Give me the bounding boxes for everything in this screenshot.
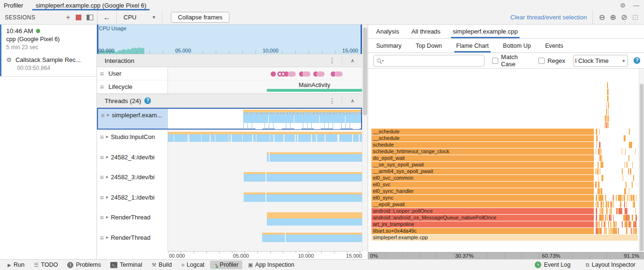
statusbar-item-layout-inspector[interactable]: ⧉Layout Inspector: [582, 261, 639, 269]
flame-fragment[interactable]: [597, 168, 599, 174]
flame-fragment[interactable]: [598, 175, 599, 181]
flame-fragment[interactable]: [601, 221, 602, 227]
flame-fragment[interactable]: [633, 228, 633, 234]
flame-spike-frame[interactable]: [607, 102, 608, 108]
interaction-section-header[interactable]: Interaction ⋮ ∧: [97, 54, 362, 67]
cpu-usage-chart[interactable]: CPU Usage 00.00005.00010.00015.000: [97, 25, 362, 54]
flame-fragment[interactable]: [610, 201, 610, 208]
flame-fragment[interactable]: [628, 168, 629, 174]
match-case-checkbox[interactable]: [492, 58, 498, 64]
flame-fragment[interactable]: [605, 195, 606, 201]
flame-fragment[interactable]: [635, 221, 636, 227]
flame-fragment[interactable]: [600, 228, 600, 234]
expander-icon[interactable]: ▸: [106, 214, 108, 219]
flame-frame[interactable]: __epoll_pwait: [371, 201, 594, 208]
thread-row[interactable]: ≡▸RenderThread: [97, 210, 362, 230]
thread-row[interactable]: ≡▸RenderThread: [97, 230, 362, 251]
drag-handle-icon[interactable]: ≡: [100, 234, 104, 242]
flame-fragment[interactable]: [596, 142, 597, 148]
drag-handle-icon[interactable]: ≡: [100, 174, 104, 181]
tab-session[interactable]: simpleperf.example.cpp (Google Pixel 6): [34, 0, 148, 10]
flame-chart[interactable]: __schedule__schedulescheduleschedule_hrt…: [368, 69, 644, 252]
flame-spike-frame[interactable]: [607, 96, 608, 102]
flame-fragment[interactable]: [607, 215, 608, 221]
flame-fragment[interactable]: [626, 162, 627, 168]
flame-fragment[interactable]: [611, 201, 612, 208]
flame-frame[interactable]: simpleperf.example.cpp: [371, 235, 638, 241]
flame-frame[interactable]: __schedule: [371, 135, 594, 141]
flame-frame[interactable]: __schedule: [371, 129, 594, 135]
thread-row[interactable]: ≡▸24582_3:/dev/bi: [97, 170, 362, 190]
search-input[interactable]: ▾: [373, 55, 485, 67]
subtab-events[interactable]: Events: [545, 39, 563, 52]
help-icon[interactable]: ?: [144, 97, 151, 104]
flame-fragment[interactable]: [613, 215, 614, 221]
search-options-caret-icon[interactable]: ▾: [382, 59, 384, 63]
flame-fragment[interactable]: [632, 162, 633, 168]
flame-fragment[interactable]: [618, 228, 619, 234]
flame-fragment[interactable]: [600, 162, 602, 168]
flame-fragment[interactable]: [625, 148, 626, 155]
flame-fragment[interactable]: [601, 188, 602, 194]
flame-fragment[interactable]: [602, 208, 603, 214]
expander-icon[interactable]: ▸: [106, 154, 108, 159]
flame-fragment[interactable]: [609, 215, 611, 221]
zoom-out-icon[interactable]: ⊖: [599, 13, 605, 22]
statusbar-item-problems[interactable]: !Problems: [63, 261, 105, 269]
flame-fragment[interactable]: [609, 228, 610, 234]
flame-fragment[interactable]: [627, 195, 628, 201]
thread-activity-track[interactable]: [168, 150, 362, 170]
thread-row[interactable]: ≡▸24582_4:/dev/bi: [97, 150, 362, 170]
flame-frame[interactable]: art_jni_trampoline: [371, 221, 594, 227]
flame-fragment[interactable]: [628, 155, 629, 161]
flame-fragment[interactable]: [618, 208, 618, 214]
flame-fragment[interactable]: [599, 188, 600, 194]
flame-fragment[interactable]: [608, 201, 609, 208]
flame-fragment[interactable]: [595, 221, 596, 227]
regex-option[interactable]: Regex: [538, 57, 565, 64]
range-handle-left[interactable]: [97, 25, 98, 54]
flame-fragment[interactable]: [619, 195, 620, 201]
thread-activity-track[interactable]: [168, 109, 361, 129]
flame-fragment[interactable]: [629, 195, 630, 201]
flame-spike-frame[interactable]: [606, 122, 607, 128]
flame-fragment[interactable]: [621, 201, 621, 208]
drag-handle-icon[interactable]: ≡: [100, 83, 104, 91]
flame-fragment[interactable]: [632, 182, 632, 188]
expander-icon[interactable]: ▸: [106, 174, 108, 179]
thread-row[interactable]: ≡▸simpleperf.exam...: [97, 108, 362, 130]
flame-fragment[interactable]: [622, 168, 623, 174]
flame-fragment[interactable]: [596, 129, 597, 135]
flame-fragment[interactable]: [626, 182, 626, 188]
flame-fragment[interactable]: [620, 208, 622, 214]
flame-fragment[interactable]: [595, 168, 597, 174]
flame-fragment[interactable]: [596, 201, 596, 208]
flame-fragment[interactable]: [596, 215, 597, 221]
subtab-summary[interactable]: Summary: [376, 39, 401, 52]
collapse-section-icon[interactable]: ∧: [351, 98, 354, 104]
thread-activity-track[interactable]: [168, 230, 362, 251]
thread-activity-track[interactable]: [168, 190, 362, 210]
drag-handle-icon[interactable]: ≡: [100, 194, 104, 201]
flame-fragment[interactable]: [596, 148, 596, 155]
expander-icon[interactable]: ▸: [107, 112, 109, 117]
flame-fragment[interactable]: [627, 221, 628, 227]
flame-fragment[interactable]: [625, 215, 626, 221]
flame-frame[interactable]: android::Looper::pollOnce: [371, 208, 594, 214]
flame-fragment[interactable]: [613, 195, 614, 201]
statusbar-item-app-inspection[interactable]: ▣App Inspection: [244, 261, 298, 269]
flame-fragment[interactable]: [622, 195, 623, 201]
flame-fragment[interactable]: [616, 221, 617, 227]
flame-fragment[interactable]: [605, 215, 606, 221]
flame-fragment[interactable]: [635, 215, 637, 221]
flame-fragment[interactable]: [599, 129, 600, 135]
flame-fragment[interactable]: [610, 221, 611, 227]
flame-fragment[interactable]: [629, 221, 630, 227]
flame-fragment[interactable]: [598, 228, 599, 234]
flame-fragment[interactable]: [600, 215, 601, 221]
collapse-frames-button[interactable]: Collapse frames: [171, 12, 229, 23]
flame-fragment[interactable]: [596, 208, 597, 214]
session-recording-item[interactable]: ⚙ Callstack Sample Rec...: [6, 56, 97, 63]
statusbar-item-logcat[interactable]: ≡Logcat: [177, 261, 208, 269]
collapse-panel-icon[interactable]: [87, 15, 93, 20]
